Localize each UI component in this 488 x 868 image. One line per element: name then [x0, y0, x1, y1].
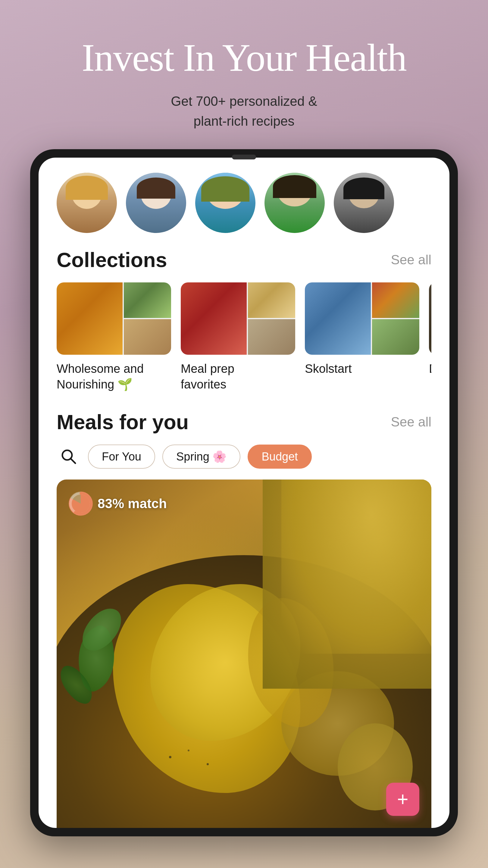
collection-images [181, 282, 295, 355]
search-button[interactable] [57, 444, 81, 469]
collection-card[interactable]: Meal prepfavorites [181, 282, 295, 392]
meals-section: Meals for you See all For You Spring 🌸 [38, 398, 450, 479]
meals-header: Meals for you See all [57, 410, 431, 434]
collection-images [57, 282, 171, 355]
collection-images [429, 282, 431, 355]
collection-images [305, 282, 419, 355]
hero-section: Invest In Your Health Get 700+ personali… [0, 0, 488, 149]
collection-card[interactable]: Wholesome andNourishing 🌱 [57, 282, 171, 392]
meals-see-all[interactable]: See all [391, 414, 431, 430]
hero-title: Invest In Your Health [24, 36, 464, 79]
filter-chip-spring[interactable]: Spring 🌸 [162, 444, 240, 469]
collections-header: Collections See all [57, 248, 431, 272]
match-text: 83% match [98, 496, 167, 511]
food-card[interactable]: 83% match + [57, 479, 431, 828]
collections-see-all[interactable]: See all [391, 252, 431, 267]
filter-row: For You Spring 🌸 Budget [57, 444, 431, 469]
meals-title: Meals for you [57, 410, 189, 434]
collections-row: Wholesome andNourishing 🌱 Meal prepfavor… [57, 282, 431, 398]
filter-chip-for-you[interactable]: For You [88, 444, 155, 469]
collection-name: D [429, 361, 431, 376]
collections-section: Collections See all Wholesome andNourish… [38, 245, 450, 398]
match-ring [69, 492, 93, 516]
add-meal-button[interactable]: + [386, 783, 419, 816]
creators-row [38, 158, 450, 245]
collection-card[interactable]: Skolstart [305, 282, 419, 392]
tablet-notch [232, 155, 256, 159]
creator-avatar[interactable] [57, 173, 117, 233]
svg-line-1 [70, 458, 75, 463]
collection-name: Wholesome andNourishing 🌱 [57, 361, 171, 392]
add-icon: + [397, 789, 408, 809]
match-badge: 83% match [69, 492, 167, 516]
tablet-frame: Collections See all Wholesome andNourish… [30, 149, 458, 836]
creator-avatar[interactable] [334, 173, 394, 233]
filter-chip-budget[interactable]: Budget [248, 444, 312, 469]
tablet-screen: Collections See all Wholesome andNourish… [38, 158, 450, 828]
creator-avatar[interactable] [264, 173, 325, 233]
collections-title: Collections [57, 248, 167, 272]
collection-name: Skolstart [305, 361, 419, 376]
creator-avatar[interactable] [195, 173, 255, 233]
collection-name: Meal prepfavorites [181, 361, 295, 392]
hero-subtitle: Get 700+ personalized &plant-rich recipe… [24, 91, 464, 131]
creator-avatar[interactable] [126, 173, 186, 233]
search-icon [60, 447, 78, 466]
collection-card[interactable]: D [429, 282, 431, 392]
